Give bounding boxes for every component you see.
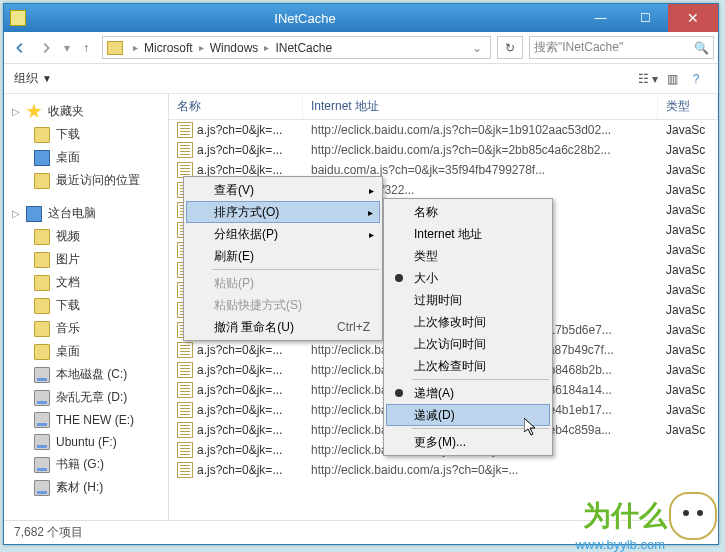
menu-view[interactable]: 查看(V)▸ bbox=[186, 179, 380, 201]
sort-type[interactable]: 类型 bbox=[386, 245, 550, 267]
window-title: INetCache bbox=[32, 11, 578, 26]
refresh-button[interactable]: ↻ bbox=[497, 36, 523, 59]
sidebar-item[interactable]: 杂乱无章 (D:) bbox=[4, 386, 168, 409]
folder-icon bbox=[10, 10, 26, 26]
star-icon bbox=[26, 104, 42, 120]
menu-paste: 粘贴(P) bbox=[186, 272, 380, 294]
drive-icon bbox=[34, 412, 50, 428]
sort-accessed[interactable]: 上次访问时间 bbox=[386, 333, 550, 355]
column-type[interactable]: 类型 bbox=[658, 94, 718, 119]
folder-icon bbox=[34, 173, 50, 189]
drive-icon bbox=[34, 434, 50, 450]
sort-url[interactable]: Internet 地址 bbox=[386, 223, 550, 245]
folder-icon bbox=[34, 229, 50, 245]
sort-modified[interactable]: 上次修改时间 bbox=[386, 311, 550, 333]
sidebar-item[interactable]: THE NEW (E:) bbox=[4, 409, 168, 431]
preview-pane-button[interactable]: ▥ bbox=[660, 68, 684, 90]
sort-size[interactable]: 大小 bbox=[386, 267, 550, 289]
js-file-icon bbox=[177, 142, 193, 158]
search-placeholder: 搜索"INetCache" bbox=[534, 39, 623, 56]
back-button[interactable] bbox=[8, 36, 32, 60]
forward-button[interactable] bbox=[34, 36, 58, 60]
sidebar-item[interactable]: 素材 (H:) bbox=[4, 476, 168, 499]
minimize-button[interactable]: — bbox=[578, 4, 623, 32]
sidebar-item[interactable]: 文档 bbox=[4, 271, 168, 294]
computer-group[interactable]: ▷这台电脑 bbox=[4, 202, 168, 225]
drive-icon bbox=[34, 457, 50, 473]
sidebar-item[interactable]: Ubuntu (F:) bbox=[4, 431, 168, 453]
folder-icon bbox=[34, 298, 50, 314]
menu-undo[interactable]: 撤消 重命名(U)Ctrl+Z bbox=[186, 316, 380, 338]
folder-icon bbox=[34, 344, 50, 360]
column-url[interactable]: Internet 地址 bbox=[303, 94, 658, 119]
sidebar-item-downloads[interactable]: 下载 bbox=[4, 123, 168, 146]
menu-paste-shortcut: 粘贴快捷方式(S) bbox=[186, 294, 380, 316]
breadcrumb[interactable]: Microsoft bbox=[142, 41, 195, 55]
help-button[interactable]: ? bbox=[684, 68, 708, 90]
sidebar-item[interactable]: 图片 bbox=[4, 248, 168, 271]
drive-icon bbox=[34, 390, 50, 406]
item-count: 7,682 个项目 bbox=[14, 524, 83, 541]
bullet-icon bbox=[395, 389, 403, 397]
up-button[interactable]: ↑ bbox=[76, 36, 96, 60]
js-file-icon bbox=[177, 442, 193, 458]
js-file-icon bbox=[177, 382, 193, 398]
column-name[interactable]: 名称 bbox=[169, 94, 303, 119]
close-button[interactable]: ✕ bbox=[668, 4, 718, 32]
titlebar[interactable]: INetCache — ☐ ✕ bbox=[4, 4, 718, 32]
search-input[interactable]: 搜索"INetCache" 🔍 bbox=[529, 36, 714, 59]
history-dropdown[interactable]: ▾ bbox=[60, 36, 74, 60]
drive-icon bbox=[34, 480, 50, 496]
js-file-icon bbox=[177, 342, 193, 358]
js-file-icon bbox=[177, 362, 193, 378]
sort-submenu: 名称 Internet 地址 类型 大小 过期时间 上次修改时间 上次访问时间 … bbox=[383, 198, 553, 456]
maximize-button[interactable]: ☐ bbox=[623, 4, 668, 32]
menu-refresh[interactable]: 刷新(E) bbox=[186, 245, 380, 267]
sidebar-item[interactable]: 桌面 bbox=[4, 340, 168, 363]
search-icon: 🔍 bbox=[694, 41, 709, 55]
breadcrumb[interactable]: Windows bbox=[208, 41, 261, 55]
sort-asc[interactable]: 递增(A) bbox=[386, 382, 550, 404]
menu-sort[interactable]: 排序方式(O)▸ bbox=[186, 201, 380, 223]
sort-name[interactable]: 名称 bbox=[386, 201, 550, 223]
context-menu: 查看(V)▸ 排序方式(O)▸ 分组依据(P)▸ 刷新(E) 粘贴(P) 粘贴快… bbox=[183, 176, 383, 341]
address-bar[interactable]: ▸ Microsoft ▸ Windows ▸ INetCache ⌄ bbox=[102, 36, 491, 59]
file-row[interactable]: a.js?ch=0&jk=...http://eclick.baidu.com/… bbox=[169, 120, 718, 140]
js-file-icon bbox=[177, 422, 193, 438]
sidebar-item[interactable]: 书籍 (G:) bbox=[4, 453, 168, 476]
sidebar-item[interactable]: 下载 bbox=[4, 294, 168, 317]
address-toolbar: ▾ ↑ ▸ Microsoft ▸ Windows ▸ INetCache ⌄ … bbox=[4, 32, 718, 64]
file-row[interactable]: a.js?ch=0&jk=...http://eclick.baidu.com/… bbox=[169, 460, 718, 480]
sort-desc[interactable]: 递减(D) bbox=[386, 404, 550, 426]
folder-icon bbox=[107, 41, 123, 55]
sidebar-item[interactable]: 本地磁盘 (C:) bbox=[4, 363, 168, 386]
drive-icon bbox=[34, 367, 50, 383]
navigation-pane: ▷收藏夹 下载 桌面 最近访问的位置 ▷这台电脑 视频图片文档下载音乐桌面本地磁… bbox=[4, 94, 169, 520]
folder-icon bbox=[34, 252, 50, 268]
js-file-icon bbox=[177, 462, 193, 478]
folder-icon bbox=[34, 275, 50, 291]
sidebar-item-recent[interactable]: 最近访问的位置 bbox=[4, 169, 168, 192]
sort-expire[interactable]: 过期时间 bbox=[386, 289, 550, 311]
js-file-icon bbox=[177, 402, 193, 418]
desktop-icon bbox=[34, 150, 50, 166]
address-dropdown-icon[interactable]: ⌄ bbox=[468, 41, 486, 55]
view-options-button[interactable]: ☷ ▾ bbox=[636, 68, 660, 90]
sidebar-item-desktop[interactable]: 桌面 bbox=[4, 146, 168, 169]
js-file-icon bbox=[177, 122, 193, 138]
watermark-url: www.byylb.com bbox=[575, 537, 665, 552]
sidebar-item[interactable]: 音乐 bbox=[4, 317, 168, 340]
file-row[interactable]: a.js?ch=0&jk=...http://eclick.baidu.com/… bbox=[169, 140, 718, 160]
bullet-icon bbox=[395, 274, 403, 282]
sidebar-item[interactable]: 视频 bbox=[4, 225, 168, 248]
folder-icon bbox=[34, 321, 50, 337]
organize-button[interactable]: 组织▼ bbox=[14, 70, 52, 87]
sort-checked[interactable]: 上次检查时间 bbox=[386, 355, 550, 377]
breadcrumb[interactable]: INetCache bbox=[273, 41, 334, 55]
sort-more[interactable]: 更多(M)... bbox=[386, 431, 550, 453]
folder-icon bbox=[34, 127, 50, 143]
computer-icon bbox=[26, 206, 42, 222]
column-headers: 名称 Internet 地址 类型 bbox=[169, 94, 718, 120]
favorites-group[interactable]: ▷收藏夹 bbox=[4, 100, 168, 123]
menu-group[interactable]: 分组依据(P)▸ bbox=[186, 223, 380, 245]
